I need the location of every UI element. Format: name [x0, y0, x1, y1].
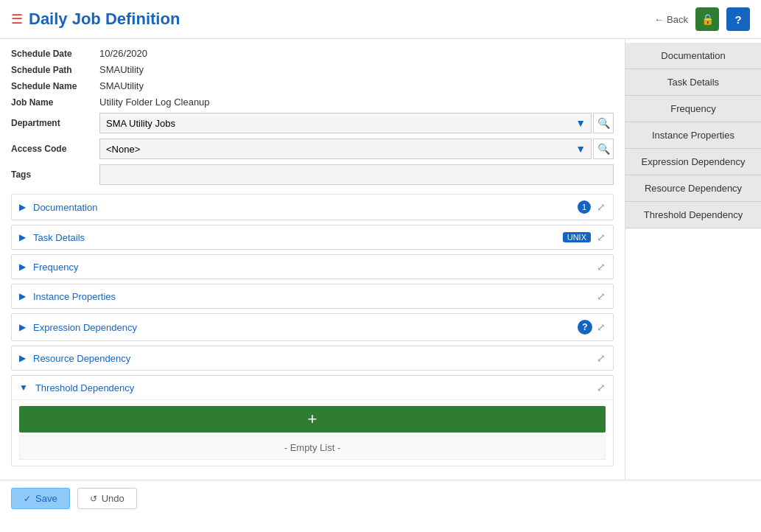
expand-full-icon-expression-dependency[interactable]: ⤢: [597, 321, 606, 333]
add-threshold-button[interactable]: +: [19, 406, 606, 433]
expand-full-icon-resource-dependency[interactable]: ⤢: [597, 352, 606, 364]
page-title: Daily Job Definition: [29, 10, 180, 29]
section-header-documentation[interactable]: ▶ Documentation 1 ⤢: [12, 195, 613, 220]
empty-list-label: - Empty List -: [19, 435, 606, 460]
sidebar-item-expression-dependency[interactable]: Expression Dependency: [625, 149, 761, 175]
form-row-department: Department SMA Utility Jobs ▼ 🔍: [11, 113, 614, 133]
section-panel-resource-dependency: ▶ Resource Dependency ⤢: [11, 346, 614, 371]
section-panel-frequency: ▶ Frequency ⤢: [11, 254, 614, 279]
form-row-access-code: Access Code <None> ▼ 🔍: [11, 139, 614, 159]
schedule-date-value: 10/26/2020: [99, 48, 147, 59]
section-title-task-details: Task Details: [33, 232, 563, 243]
sidebar-item-task-details[interactable]: Task Details: [625, 69, 761, 96]
sidebar-item-instance-properties[interactable]: Instance Properties: [625, 122, 761, 149]
chevron-right-icon-documentation: ▶: [19, 202, 26, 212]
hamburger-icon[interactable]: ☰: [11, 11, 23, 27]
chevron-right-icon-resource-dependency: ▶: [19, 353, 26, 363]
department-select-wrap: SMA Utility Jobs ▼ 🔍: [99, 113, 614, 133]
expand-full-icon-instance-properties[interactable]: ⤢: [597, 290, 606, 302]
form-row-schedule-date: Schedule Date 10/26/2020: [11, 48, 614, 59]
save-check-icon: ✓: [24, 494, 31, 504]
help-button[interactable]: ?: [726, 7, 750, 31]
access-code-label: Access Code: [11, 144, 99, 154]
schedule-name-label: Schedule Name: [11, 81, 99, 91]
sidebar-item-frequency[interactable]: Frequency: [625, 96, 761, 122]
task-details-badge-unix: UNIX: [563, 232, 591, 242]
schedule-date-label: Schedule Date: [11, 49, 99, 59]
sidebar-item-documentation[interactable]: Documentation: [625, 43, 761, 69]
undo-button[interactable]: ↺ Undo: [77, 488, 137, 509]
save-label: Save: [35, 493, 57, 504]
header: ☰ Daily Job Definition ← Back 🔒 ?: [0, 0, 761, 39]
tags-label: Tags: [11, 169, 99, 180]
section-panel-task-details: ▶ Task Details UNIX ⤢: [11, 225, 614, 250]
section-actions-task-details: ⤢: [597, 231, 606, 243]
department-select-wrapper: SMA Utility Jobs ▼: [99, 113, 592, 133]
department-search-button[interactable]: 🔍: [593, 113, 614, 133]
access-code-select-wrap: <None> ▼ 🔍: [99, 139, 614, 159]
chevron-right-icon-instance-properties: ▶: [19, 291, 26, 301]
chevron-down-icon-threshold-dependency: ▼: [19, 382, 28, 393]
section-actions-frequency: ⤢: [597, 261, 606, 273]
undo-arrow-icon: ↺: [90, 494, 97, 504]
expand-full-icon-documentation[interactable]: ⤢: [597, 201, 606, 213]
schedule-name-value: SMAUtility: [99, 80, 144, 91]
form-row-schedule-name: Schedule Name SMAUtility: [11, 80, 614, 91]
section-title-expression-dependency: Expression Dependency: [33, 322, 578, 333]
section-header-threshold-dependency[interactable]: ▼ Threshold Dependency ⤢: [12, 376, 613, 399]
lock-button[interactable]: 🔒: [695, 7, 719, 31]
chevron-right-icon-expression-dependency: ▶: [19, 322, 26, 332]
section-actions-resource-dependency: ⤢: [597, 352, 606, 364]
sidebar-item-resource-dependency[interactable]: Resource Dependency: [625, 175, 761, 202]
documentation-badge: 1: [578, 200, 591, 214]
section-actions-documentation: ⤢: [597, 201, 606, 213]
form-row-job-name: Job Name Utility Folder Log Cleanup: [11, 97, 614, 108]
section-panel-documentation: ▶ Documentation 1 ⤢: [11, 194, 614, 220]
chevron-right-icon-frequency: ▶: [19, 262, 26, 272]
section-header-frequency[interactable]: ▶ Frequency ⤢: [12, 255, 613, 279]
threshold-dependency-content: + - Empty List -: [12, 399, 613, 466]
expand-full-icon-threshold-dependency[interactable]: ⤢: [597, 382, 606, 393]
section-title-frequency: Frequency: [33, 262, 597, 273]
expand-full-icon-frequency[interactable]: ⤢: [597, 261, 606, 273]
back-arrow-icon: ←: [654, 14, 664, 25]
tags-input[interactable]: [99, 164, 614, 185]
access-code-select-wrapper: <None> ▼: [99, 139, 592, 159]
section-header-instance-properties[interactable]: ▶ Instance Properties ⤢: [12, 284, 613, 308]
back-label: Back: [667, 14, 688, 25]
section-title-threshold-dependency: Threshold Dependency: [35, 382, 597, 393]
expression-dependency-help-icon[interactable]: ?: [578, 320, 592, 335]
header-title: ☰ Daily Job Definition: [11, 10, 654, 29]
content-area: Schedule Date 10/26/2020 Schedule Path S…: [0, 39, 625, 480]
section-title-instance-properties: Instance Properties: [33, 291, 597, 302]
section-title-resource-dependency: Resource Dependency: [33, 353, 597, 364]
footer-bar: ✓ Save ↺ Undo: [0, 480, 761, 517]
form-row-tags: Tags: [11, 164, 614, 185]
form-row-schedule-path: Schedule Path SMAUtility: [11, 64, 614, 75]
access-code-select[interactable]: <None>: [99, 139, 592, 159]
section-panel-instance-properties: ▶ Instance Properties ⤢: [11, 284, 614, 309]
sidebar-item-threshold-dependency[interactable]: Threshold Dependency: [625, 202, 761, 228]
sidebar: Documentation Task Details Frequency Ins…: [625, 39, 761, 480]
section-title-documentation: Documentation: [33, 202, 578, 213]
section-header-resource-dependency[interactable]: ▶ Resource Dependency ⤢: [12, 346, 613, 370]
undo-label: Undo: [102, 493, 125, 504]
back-button[interactable]: ← Back: [654, 14, 688, 25]
schedule-path-value: SMAUtility: [99, 64, 144, 75]
section-header-expression-dependency[interactable]: ▶ Expression Dependency ? ⤢: [12, 314, 613, 340]
section-actions-expression-dependency: ? ⤢: [578, 320, 606, 335]
header-actions: ← Back 🔒 ?: [654, 7, 750, 31]
expand-full-icon-task-details[interactable]: ⤢: [597, 231, 606, 243]
chevron-right-icon-task-details: ▶: [19, 232, 26, 242]
job-name-value: Utility Folder Log Cleanup: [99, 97, 210, 108]
section-header-task-details[interactable]: ▶ Task Details UNIX ⤢: [12, 225, 613, 249]
schedule-path-label: Schedule Path: [11, 65, 99, 75]
job-name-label: Job Name: [11, 97, 99, 108]
section-panel-threshold-dependency: ▼ Threshold Dependency ⤢ + - Empty List …: [11, 375, 614, 466]
section-panel-expression-dependency: ▶ Expression Dependency ? ⤢: [11, 313, 614, 341]
department-label: Department: [11, 118, 99, 128]
section-actions-instance-properties: ⤢: [597, 290, 606, 302]
save-button[interactable]: ✓ Save: [11, 488, 70, 509]
department-select[interactable]: SMA Utility Jobs: [99, 113, 592, 133]
access-code-search-button[interactable]: 🔍: [593, 139, 614, 159]
